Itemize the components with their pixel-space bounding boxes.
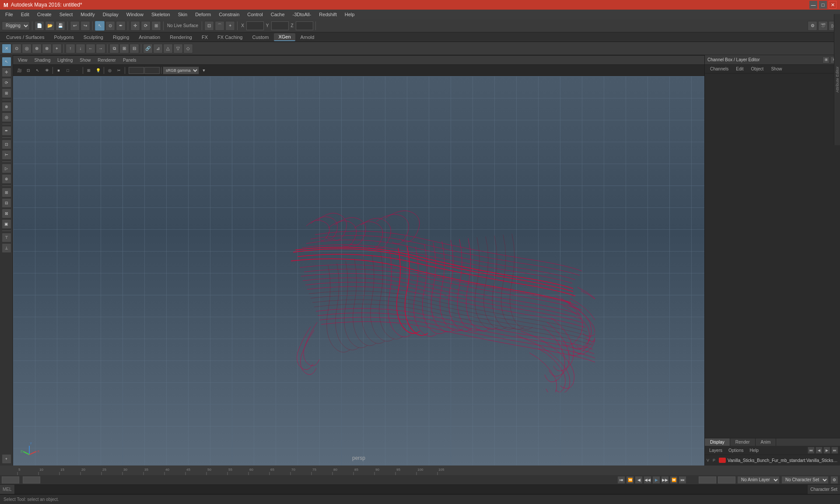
select-tool-btn[interactable]: ↖: [95, 21, 105, 31]
show-manip-btn[interactable]: ⊢: [2, 150, 11, 160]
icon-btn-8[interactable]: ↓: [76, 44, 85, 53]
universal-manip-btn[interactable]: ⊗: [2, 102, 11, 112]
layers-menu[interactable]: Layers: [707, 448, 725, 453]
redo-btn[interactable]: ↪: [80, 21, 90, 31]
select-mode-btn[interactable]: ↖: [2, 57, 11, 66]
move-mode-btn[interactable]: ✛: [2, 67, 11, 77]
play-back-btn[interactable]: ◀◀: [644, 476, 651, 484]
step-fwd-btn[interactable]: ▶▶: [661, 476, 669, 484]
undo-btn[interactable]: ↩: [70, 21, 80, 31]
dra-tab-display[interactable]: Display: [705, 438, 730, 446]
module-arnold[interactable]: Arnold: [296, 34, 319, 41]
layer-playback[interactable]: P: [713, 458, 717, 462]
save-file-btn[interactable]: 💾: [56, 21, 65, 31]
misc-btn-2[interactable]: ⊥: [2, 243, 11, 253]
icon-btn-9[interactable]: ←: [86, 44, 95, 53]
module-curves-surfaces[interactable]: Curves / Surfaces: [2, 34, 49, 41]
layer-btn-3[interactable]: ⊠: [2, 209, 11, 218]
lasso-select-btn[interactable]: ⊙: [105, 21, 115, 31]
layer-nav-prev[interactable]: ◀: [816, 447, 822, 454]
panel-show[interactable]: Show: [77, 57, 94, 63]
playback-start-input[interactable]: 1: [699, 476, 716, 483]
mel-command-input[interactable]: [15, 485, 808, 494]
module-rigging[interactable]: Rigging: [108, 34, 133, 41]
menu-control[interactable]: Control: [244, 11, 266, 18]
layer-nav-last[interactable]: ⏭: [831, 447, 838, 454]
menu-skeleton[interactable]: Skeleton: [148, 11, 174, 18]
anim-preferences-btn[interactable]: ⚙: [830, 476, 838, 484]
rotate-tool-btn[interactable]: ⟳: [141, 21, 150, 31]
vp-hide-btn[interactable]: 👁: [42, 66, 51, 75]
icon-btn-11[interactable]: ⧉: [109, 44, 119, 53]
icon-btn-14[interactable]: 🔗: [143, 44, 153, 53]
layer-row[interactable]: V P Vanilla_Sticks_Bunch_Fur_mb_standart…: [705, 456, 840, 465]
snap-point-btn[interactable]: +: [225, 21, 235, 31]
close-button[interactable]: ✕: [829, 1, 836, 9]
new-file-btn[interactable]: 📄: [35, 21, 44, 31]
move-tool-btn[interactable]: ✛: [130, 21, 140, 31]
go-to-start-btn[interactable]: ⏮: [617, 476, 625, 484]
module-rendering[interactable]: Rendering: [165, 34, 196, 41]
options-menu[interactable]: Options: [726, 448, 746, 453]
module-xgen[interactable]: XGen: [274, 33, 295, 41]
panel-shading[interactable]: Shading: [32, 57, 54, 63]
step-back-btn[interactable]: ◀: [635, 476, 643, 484]
icon-btn-2[interactable]: ⊙: [12, 44, 21, 53]
vp-isolate-btn[interactable]: ◎: [105, 66, 114, 75]
icon-btn-15[interactable]: ⊿: [153, 44, 163, 53]
cb-tab-edit[interactable]: Edit: [732, 66, 747, 72]
icon-btn-16[interactable]: △: [163, 44, 173, 53]
expand-left-btn[interactable]: +: [2, 454, 11, 464]
go-to-next-keyframe-btn[interactable]: ⏩: [670, 476, 678, 484]
vp-texture-btn[interactable]: ⊞: [84, 66, 93, 75]
icon-btn-17[interactable]: ▽: [173, 44, 183, 53]
vp-camera-btn[interactable]: 🎥: [15, 66, 24, 75]
cb-tab-object[interactable]: Object: [748, 66, 767, 72]
layer-btn-4[interactable]: ▣: [2, 219, 11, 229]
play-forward-btn[interactable]: ▶: [652, 476, 660, 484]
snap-to-grid-btn[interactable]: ⊡: [2, 140, 11, 149]
minimize-button[interactable]: —: [809, 1, 817, 9]
render-settings-btn[interactable]: ⚙: [808, 21, 817, 31]
vp-frame-btn[interactable]: ⊡: [24, 66, 33, 75]
vp-wire-btn[interactable]: □: [63, 66, 72, 75]
scale-tool-btn[interactable]: ⊞: [151, 21, 161, 31]
maximize-button[interactable]: □: [819, 1, 827, 9]
misc-btn-1[interactable]: ⊤: [2, 233, 11, 242]
icon-btn-13[interactable]: ⊟: [130, 44, 139, 53]
menu-redshift[interactable]: Redshift: [315, 11, 340, 18]
vp-light-btn[interactable]: 💡: [94, 66, 102, 75]
dra-tab-anim[interactable]: Anim: [756, 438, 777, 446]
channel-box-float-btn[interactable]: ⊞: [822, 56, 830, 63]
menu-help[interactable]: Help: [341, 11, 358, 18]
module-fx[interactable]: FX: [197, 34, 212, 41]
no-character-set-select[interactable]: No Character Set: [781, 476, 829, 484]
vp-solid-btn[interactable]: ■: [54, 66, 63, 75]
y-input[interactable]: [271, 21, 289, 30]
layer-visibility[interactable]: V: [707, 458, 711, 462]
open-file-btn[interactable]: 📂: [45, 21, 55, 31]
layer-btn-2[interactable]: ⊟: [2, 198, 11, 208]
module-polygons[interactable]: Polygons: [49, 34, 78, 41]
panel-renderer[interactable]: Renderer: [94, 57, 119, 63]
layer-nav-first[interactable]: ⏮: [808, 447, 815, 454]
vp-gamma-options-btn[interactable]: ▼: [200, 66, 208, 75]
icon-btn-1[interactable]: ✕: [2, 44, 11, 53]
timeline-ruler[interactable]: 5 10 15 20 25 30 35 40: [0, 466, 840, 475]
workspace-select[interactable]: Rigging: [2, 21, 30, 30]
exposure-min-input[interactable]: 0.00: [129, 67, 144, 74]
icon-btn-5[interactable]: ⊗: [42, 44, 52, 53]
icon-btn-3[interactable]: ◎: [22, 44, 32, 53]
module-custom[interactable]: Custom: [248, 34, 273, 41]
module-animation[interactable]: Animation: [134, 34, 164, 41]
menu-window[interactable]: Window: [123, 11, 147, 18]
exposure-max-input[interactable]: 1.00: [144, 67, 160, 74]
icon-btn-4[interactable]: ⊕: [32, 44, 42, 53]
ipr-btn[interactable]: ⊕: [2, 174, 11, 184]
x-input[interactable]: [246, 21, 264, 30]
menu-constrain[interactable]: Constrain: [215, 11, 243, 18]
menu-file[interactable]: File: [2, 11, 17, 18]
icon-btn-6[interactable]: ⌖: [52, 44, 62, 53]
gamma-select[interactable]: sRGB gamma: [163, 66, 199, 74]
menu-display[interactable]: Display: [99, 11, 122, 18]
